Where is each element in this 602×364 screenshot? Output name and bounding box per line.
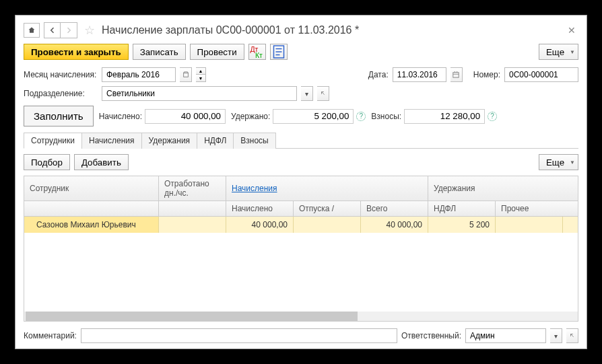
- debit-credit-icon[interactable]: ДтКт: [248, 44, 266, 60]
- accrued-label: Начислено:: [99, 112, 142, 121]
- svg-text:Кт: Кт: [255, 51, 263, 59]
- responsible-label: Ответственный:: [401, 331, 461, 340]
- col-accrued[interactable]: Начислено: [226, 201, 294, 216]
- svg-rect-4: [453, 73, 459, 78]
- document-icon[interactable]: [270, 44, 288, 60]
- calendar-icon[interactable]: [450, 67, 463, 82]
- more-button[interactable]: Еще▼: [539, 44, 578, 60]
- cell-other: [496, 217, 563, 233]
- contrib-label: Взносы:: [371, 112, 401, 121]
- col-total[interactable]: Всего: [361, 201, 428, 216]
- col-other[interactable]: Прочее: [496, 201, 563, 216]
- col-ndfl[interactable]: НДФЛ: [428, 201, 496, 216]
- home-button[interactable]: [24, 23, 40, 38]
- tab-accruals[interactable]: Начисления: [81, 133, 142, 149]
- col-employee[interactable]: Сотрудник: [24, 176, 159, 201]
- date-input[interactable]: [397, 70, 442, 79]
- month-label: Месяц начисления:: [24, 70, 98, 79]
- responsible-dropdown-icon[interactable]: ▾: [550, 328, 562, 343]
- accrued-value[interactable]: [145, 109, 226, 124]
- contrib-help-icon[interactable]: ?: [488, 112, 497, 121]
- dept-label: Подразделение:: [24, 89, 98, 98]
- add-button[interactable]: Добавить: [74, 154, 129, 170]
- horizontal-scrollbar[interactable]: [24, 312, 578, 321]
- close-icon[interactable]: ✕: [565, 25, 578, 36]
- col-deductions[interactable]: Удержания: [428, 176, 563, 201]
- comment-input[interactable]: [86, 331, 393, 340]
- dept-input[interactable]: [106, 89, 292, 98]
- dept-dropdown-icon[interactable]: ▾: [301, 86, 313, 101]
- month-clear-icon[interactable]: [180, 67, 192, 82]
- withheld-label: Удержано:: [231, 112, 270, 121]
- col-accruals[interactable]: Начисления: [226, 176, 428, 201]
- favorite-star-icon[interactable]: ☆: [81, 23, 98, 38]
- fill-button[interactable]: Заполнить: [24, 106, 94, 126]
- cell-total: 40 000,00: [361, 217, 428, 233]
- tab-contributions[interactable]: Взносы: [233, 133, 275, 149]
- grid-more-button[interactable]: Еще▼: [539, 154, 578, 170]
- responsible-input[interactable]: [470, 331, 541, 340]
- employees-table: Сотрудник Отработано дн./чс. Начисления …: [24, 176, 578, 322]
- number-input[interactable]: [509, 70, 574, 79]
- window-title: Начисление зарплаты 0С00-000001 от 11.03…: [102, 24, 359, 36]
- cell-ndfl: 5 200: [428, 217, 496, 233]
- post-button[interactable]: Провести: [190, 44, 244, 60]
- table-row[interactable]: Сазонов Михаил Юрьевич 40 000,00 40 000,…: [24, 217, 578, 233]
- withheld-value[interactable]: [273, 109, 354, 124]
- post-and-close-button[interactable]: Провести и закрыть: [24, 44, 129, 60]
- tab-employees[interactable]: Сотрудники: [24, 133, 82, 149]
- col-vacation[interactable]: Отпуска /: [294, 201, 361, 216]
- save-button[interactable]: Записать: [133, 44, 186, 60]
- comment-label: Комментарий:: [24, 331, 77, 340]
- tab-ndfl[interactable]: НДФЛ: [197, 133, 234, 149]
- svg-rect-3: [183, 73, 188, 77]
- dept-open-icon[interactable]: [317, 86, 329, 101]
- month-step-up[interactable]: ▲: [196, 68, 205, 75]
- date-label: Дата:: [368, 70, 389, 79]
- month-input[interactable]: [106, 70, 171, 79]
- forward-button[interactable]: [61, 23, 77, 38]
- cell-employee: Сазонов Михаил Юрьевич: [24, 217, 159, 233]
- pick-button[interactable]: Подбор: [24, 154, 70, 170]
- responsible-open-icon[interactable]: [566, 328, 578, 343]
- cell-worked: [159, 217, 226, 233]
- cell-vacation: [294, 217, 361, 233]
- withheld-help-icon[interactable]: ?: [356, 112, 366, 121]
- number-label: Номер:: [473, 70, 500, 79]
- cell-accrued: 40 000,00: [226, 217, 294, 233]
- tab-deductions[interactable]: Удержания: [141, 133, 198, 149]
- month-step-down[interactable]: ▼: [196, 75, 205, 81]
- col-worked[interactable]: Отработано дн./чс.: [159, 176, 226, 201]
- contrib-value[interactable]: [404, 109, 485, 124]
- back-button[interactable]: [44, 23, 61, 38]
